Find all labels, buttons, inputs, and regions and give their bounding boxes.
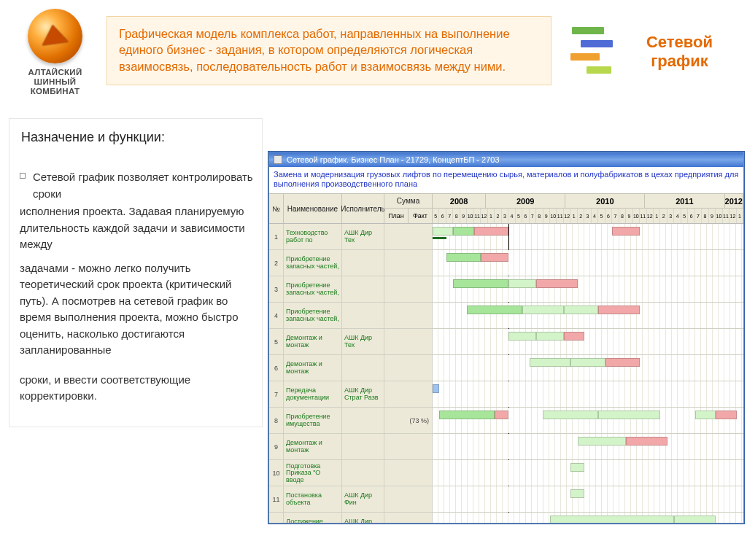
gantt-bar[interactable] <box>674 516 716 524</box>
gantt-bar[interactable] <box>536 279 578 288</box>
table-row[interactable]: 10Подготовка Приказа "О вводе <box>269 460 743 486</box>
gantt-bar[interactable] <box>695 411 716 419</box>
month-header[interactable]: 5 <box>516 209 522 223</box>
gantt-bar[interactable] <box>570 358 605 367</box>
gantt-lane[interactable] <box>433 329 743 354</box>
month-header[interactable]: 1 <box>570 209 577 223</box>
col-header-num[interactable]: № <box>269 194 284 223</box>
col-header-sum[interactable]: Сумма <box>384 194 433 209</box>
table-row[interactable]: 11Постановка объектаАШК Дир Фин <box>269 486 743 513</box>
month-header[interactable]: 9 <box>460 209 467 223</box>
gantt-bar[interactable] <box>433 384 439 393</box>
month-header[interactable]: 8 <box>619 209 626 223</box>
month-header[interactable]: 5 <box>598 209 605 223</box>
table-row[interactable]: 1Техноводство работ поАШК Дир Тех <box>269 224 743 250</box>
table-row[interactable]: 12Достижение фактическогоАШК Дир Тех <box>269 513 743 524</box>
month-header[interactable]: 6 <box>688 209 694 223</box>
table-row[interactable]: 9Демонтаж и монтаж <box>269 434 743 460</box>
gantt-lane[interactable] <box>433 408 743 433</box>
gantt-bar[interactable] <box>433 227 453 236</box>
gantt-bar[interactable] <box>474 227 508 236</box>
table-row[interactable]: 4Приобретение запасных частей, <box>269 303 743 329</box>
gantt-bar[interactable] <box>433 237 446 239</box>
month-header[interactable]: 2 <box>660 209 667 223</box>
year-header[interactable]: 2009 <box>486 194 565 209</box>
month-header[interactable]: 8 <box>536 209 543 223</box>
gantt-lane[interactable] <box>433 381 743 407</box>
gantt-bar[interactable] <box>522 306 564 314</box>
gantt-lane[interactable] <box>433 513 743 524</box>
gantt-bar[interactable] <box>508 279 536 288</box>
gantt-lane[interactable] <box>433 250 743 276</box>
gantt-bar[interactable] <box>612 227 640 236</box>
table-row[interactable]: 8Приобретение имущества(73 %) <box>269 408 743 434</box>
month-header[interactable]: 12 <box>481 209 487 223</box>
gantt-bar[interactable] <box>570 463 584 472</box>
gantt-bar[interactable] <box>564 306 598 314</box>
gantt-lane[interactable] <box>433 276 743 302</box>
gantt-bar[interactable] <box>536 332 564 341</box>
gantt-bar[interactable] <box>453 227 473 236</box>
gantt-lane[interactable] <box>433 486 743 512</box>
window-titlebar[interactable]: Сетевой график. Бизнес План - 21729, Кон… <box>269 152 743 167</box>
month-header[interactable]: 9 <box>543 209 550 223</box>
month-header[interactable]: 3 <box>502 209 508 223</box>
month-header[interactable]: 11 <box>557 209 563 223</box>
gantt-bar[interactable] <box>626 437 667 446</box>
gantt-bar[interactable] <box>564 332 584 341</box>
table-row[interactable]: 3Приобретение запасных частей, <box>269 276 743 303</box>
month-header[interactable]: 6 <box>522 209 529 223</box>
month-header[interactable]: 11 <box>474 209 481 223</box>
month-header[interactable]: 3 <box>584 209 591 223</box>
month-header[interactable]: 5 <box>433 209 439 223</box>
month-header[interactable]: 7 <box>695 209 702 223</box>
month-header[interactable]: 4 <box>508 209 515 223</box>
month-header[interactable]: 2 <box>578 209 584 223</box>
table-row[interactable]: 2Приобретение запасных частей, <box>269 250 743 276</box>
gantt-bar[interactable] <box>716 411 736 419</box>
month-header[interactable]: 4 <box>592 209 598 223</box>
table-row[interactable]: 6Демонтаж и монтаж <box>269 355 743 381</box>
month-header[interactable]: 6 <box>439 209 446 223</box>
gantt-bar[interactable] <box>439 411 495 419</box>
month-header[interactable]: 6 <box>605 209 612 223</box>
gantt-body[interactable]: 1Техноводство работ поАШК Дир Тех2Приобр… <box>269 224 743 524</box>
gantt-bar[interactable] <box>570 489 584 498</box>
gantt-bar[interactable] <box>598 306 640 314</box>
month-header[interactable]: 1 <box>654 209 660 223</box>
month-header[interactable]: 7 <box>446 209 453 223</box>
year-header[interactable]: 2012 <box>725 194 743 209</box>
month-header[interactable]: 9 <box>626 209 632 223</box>
col-header-fact[interactable]: Факт <box>409 209 433 223</box>
month-header[interactable]: 4 <box>674 209 681 223</box>
gantt-bar[interactable] <box>530 358 571 367</box>
gantt-bar[interactable] <box>508 332 536 341</box>
gantt-bar[interactable] <box>446 253 481 262</box>
gantt-lane[interactable] <box>433 303 743 328</box>
month-header[interactable]: 12 <box>564 209 570 223</box>
month-header[interactable]: 9 <box>709 209 716 223</box>
month-header[interactable]: 7 <box>530 209 536 223</box>
gantt-lane[interactable] <box>433 434 743 459</box>
gantt-bar[interactable] <box>467 306 522 314</box>
month-header[interactable]: 11 <box>723 209 729 223</box>
month-header[interactable]: 5 <box>681 209 688 223</box>
col-header-executor[interactable]: Исполнитель <box>342 194 384 223</box>
month-header[interactable]: 2 <box>495 209 501 223</box>
gantt-bar[interactable] <box>481 253 508 262</box>
month-header[interactable]: 1 <box>488 209 495 223</box>
month-header[interactable]: 7 <box>612 209 619 223</box>
table-row[interactable]: 5Демонтаж и монтажАШК Дир Тех <box>269 329 743 355</box>
gantt-bar[interactable] <box>550 516 674 524</box>
gantt-bar[interactable] <box>453 279 508 288</box>
month-header[interactable]: 12 <box>647 209 654 223</box>
gantt-bar[interactable] <box>543 411 598 419</box>
col-header-name[interactable]: Наименование <box>284 194 342 223</box>
month-header[interactable]: 8 <box>453 209 460 223</box>
gantt-lane[interactable] <box>433 355 743 381</box>
col-header-plan[interactable]: План <box>384 209 409 223</box>
year-header[interactable]: 2011 <box>645 194 724 209</box>
month-header[interactable]: 10 <box>550 209 557 223</box>
month-header[interactable]: 8 <box>702 209 708 223</box>
gantt-bar[interactable] <box>598 411 660 419</box>
